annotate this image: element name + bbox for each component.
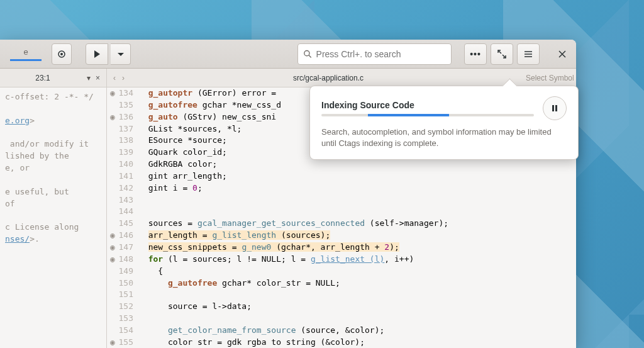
gutter-mark: [107, 135, 118, 147]
code-text: GdkRGBA color;: [138, 159, 217, 171]
indexing-popover: Indexing Source Code Search, autocomplet…: [309, 86, 579, 160]
code-text: GQuark color_id;: [138, 147, 227, 159]
notifications-button[interactable]: •••: [464, 43, 487, 65]
gutter-mark: [107, 218, 118, 230]
code-line[interactable]: ◉ 155 color str = gdk rgba to string (&c…: [107, 337, 576, 348]
sidebar-tab[interactable]: 23:1 ▾ ×: [0, 69, 107, 87]
gutter-mark: ◉: [107, 230, 118, 242]
svg-rect-4: [555, 105, 557, 111]
record-button[interactable]: [52, 43, 72, 65]
gutter-mark: ◉: [107, 254, 118, 266]
subheader: 23:1 ▾ × ‹ › src/gcal-application.c Sele…: [0, 69, 576, 87]
line-number: 147: [118, 242, 138, 254]
progress-bar: [321, 114, 534, 116]
code-line[interactable]: 145 sources = gcal_manager_get_sources_c…: [107, 218, 576, 230]
dots-icon: •••: [470, 49, 481, 59]
progress-fill: [368, 114, 448, 116]
code-line[interactable]: 153: [107, 313, 576, 325]
code-line[interactable]: 144: [107, 206, 576, 218]
line-number: 137: [118, 123, 138, 135]
record-icon: [57, 49, 67, 59]
gutter-mark: [107, 313, 118, 325]
side-panel: c-offset: 2 -*- */ e.org> and/or modify …: [0, 87, 107, 348]
code-line[interactable]: 141 gint arr_length;: [107, 171, 576, 182]
line-number: 143: [118, 194, 138, 206]
nav-back[interactable]: ‹: [113, 74, 116, 82]
code-text: [138, 289, 148, 301]
gutter-mark: [107, 123, 118, 135]
code-text: [138, 194, 148, 206]
line-number: 149: [118, 266, 138, 278]
code-text: g_autofree gchar *new_css_d: [138, 99, 281, 111]
nav-forward[interactable]: ›: [122, 74, 125, 82]
gutter-mark: [107, 147, 118, 159]
line-number: 145: [118, 218, 138, 230]
gutter-mark: [107, 206, 118, 218]
code-line[interactable]: ◉ 147 new_css_snippets = g_new0 (gchar*,…: [107, 242, 576, 254]
code-text: [138, 206, 148, 218]
line-number: 134: [118, 87, 138, 99]
menu-button[interactable]: [517, 43, 540, 65]
code-text: GList *sources, *l;: [138, 123, 242, 135]
play-icon: [92, 49, 102, 59]
omnibar-underline: [10, 59, 42, 61]
svg-point-2: [304, 50, 309, 55]
pause-icon: [550, 103, 560, 113]
code-line[interactable]: 151: [107, 289, 576, 301]
code-line[interactable]: 140 GdkRGBA color;: [107, 159, 576, 171]
run-dropdown[interactable]: [111, 43, 131, 65]
line-number: 135: [118, 99, 138, 111]
line-number: 150: [118, 278, 138, 289]
omnibar[interactable]: e: [4, 47, 48, 61]
hamburger-icon: [523, 49, 533, 59]
run-group: [86, 43, 131, 65]
code-text: new_css_snippets = g_new0 (gchar*, arr_l…: [138, 242, 399, 254]
line-number: 139: [118, 147, 138, 159]
code-text: g_autofree gchar* color_str = NULL;: [138, 278, 340, 289]
code-text: gint arr_length;: [138, 171, 227, 182]
code-line[interactable]: 152 source = l->data;: [107, 301, 576, 313]
code-text: color str = gdk rgba to string (&color);: [138, 337, 365, 348]
line-number: 154: [118, 325, 138, 337]
headerbar: e •••: [0, 40, 576, 69]
code-line[interactable]: ◉ 148 for (l = sources; l != NULL; l = g…: [107, 254, 576, 266]
chevron-down-icon: ▾: [82, 74, 96, 82]
code-text: {: [138, 266, 163, 278]
line-number: 144: [118, 206, 138, 218]
line-number: 155: [118, 337, 138, 348]
line-number: 151: [118, 289, 138, 301]
run-button[interactable]: [86, 43, 108, 65]
code-line[interactable]: 150 g_autofree gchar* color_str = NULL;: [107, 278, 576, 289]
fullscreen-button[interactable]: [491, 43, 513, 65]
code-line[interactable]: 143: [107, 194, 576, 206]
omnibar-text: e: [23, 47, 28, 57]
code-line[interactable]: 149 {: [107, 266, 576, 278]
tab-close-icon[interactable]: ×: [96, 74, 106, 82]
search-icon: [303, 49, 313, 59]
chevron-down-icon: [116, 49, 126, 59]
line-number: 146: [118, 230, 138, 242]
gutter-mark: [107, 301, 118, 313]
global-search[interactable]: [297, 43, 452, 65]
close-icon: [557, 49, 567, 59]
popover-message: Search, autocompletion, and symbol infor…: [321, 126, 567, 149]
gutter-mark: [107, 325, 118, 337]
svg-point-1: [60, 53, 63, 55]
code-line[interactable]: 154 get_color_name_from_source (source, …: [107, 325, 576, 337]
fullscreen-icon: [497, 49, 507, 59]
gutter-mark: [107, 194, 118, 206]
code-text: get_color_name_from_source (source, &col…: [138, 325, 384, 337]
close-button[interactable]: [552, 43, 572, 65]
pause-button[interactable]: [543, 96, 567, 120]
gutter-mark: [107, 171, 118, 182]
symbol-selector[interactable]: Select Symbol: [526, 74, 576, 82]
nav-arrows: ‹ ›: [107, 74, 131, 82]
file-path[interactable]: src/gcal-application.c: [131, 74, 526, 82]
gutter-mark: ◉: [107, 87, 118, 99]
code-line[interactable]: ◉ 146 arr_length = g_list_length (source…: [107, 230, 576, 242]
code-line[interactable]: 142 gint i = 0;: [107, 182, 576, 194]
popover-title: Indexing Source Code: [321, 100, 534, 110]
search-input[interactable]: [316, 49, 446, 59]
line-number: 148: [118, 254, 138, 266]
line-number: 153: [118, 313, 138, 325]
